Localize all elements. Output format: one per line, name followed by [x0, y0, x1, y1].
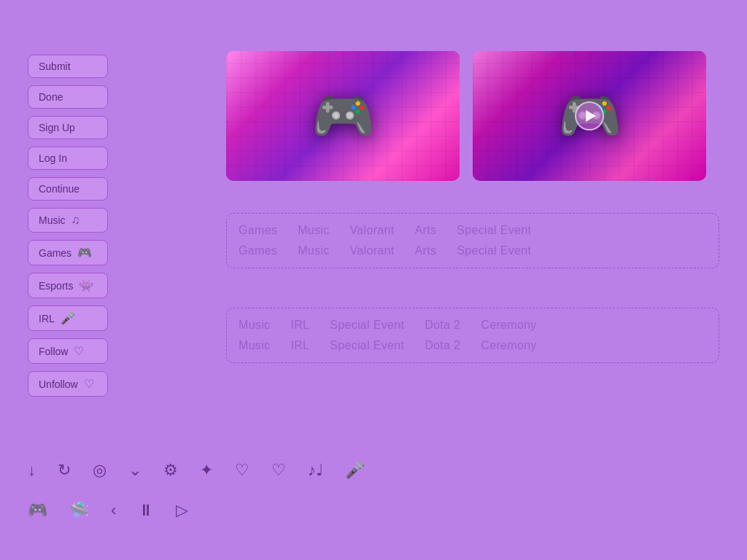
back-icon[interactable]: ‹ — [111, 501, 116, 520]
tag-item[interactable]: Special Event — [330, 339, 404, 352]
tag-item[interactable]: Ceremony — [481, 339, 536, 352]
sidebar-btn-signup[interactable]: Sign Up — [28, 116, 108, 139]
tag-item[interactable]: Music — [239, 339, 270, 352]
sidebar-btn-continue[interactable]: Continue — [28, 177, 108, 201]
tag-item[interactable]: Arts — [415, 244, 437, 257]
tag-row-1: GamesMusicValorantArtsSpecial Event — [239, 224, 707, 237]
tag-item[interactable]: Music — [298, 244, 329, 257]
music-label: Music — [39, 214, 66, 226]
unfollow-label: Unfollow — [39, 378, 78, 390]
tag-item[interactable]: Ceremony — [481, 319, 536, 332]
tag-item[interactable]: Games — [239, 224, 277, 237]
icon-bar-2: 🎮🛸‹⏸▷ — [28, 501, 188, 520]
sidebar-btn-music[interactable]: Music♫ — [28, 208, 108, 233]
sidebar-btn-irl[interactable]: IRL🎤 — [28, 306, 108, 331]
tag-item[interactable]: Arts — [415, 224, 437, 237]
games-label: Games — [39, 247, 71, 259]
tag-row-2: GamesMusicValorantArtsSpecial Event — [239, 244, 707, 257]
sidebar-btn-submit[interactable]: Submit — [28, 55, 108, 78]
thumbnails-container: 🎮 🎮 — [226, 51, 706, 181]
tag-item[interactable]: Dota 2 — [425, 319, 460, 332]
sidebar: SubmitDoneSign UpLog InContinueMusic♫Gam… — [28, 55, 108, 397]
unfollow-icon: ♡ — [84, 377, 94, 391]
tag-item[interactable]: Music — [298, 224, 329, 237]
thumbnail-2[interactable]: 🎮 — [473, 51, 706, 181]
games-icon: 🎮 — [77, 246, 92, 260]
tag-section-1: GamesMusicValorantArtsSpecial Event Game… — [226, 213, 719, 268]
down-arrow-icon[interactable]: ↓ — [28, 461, 36, 480]
refresh-icon[interactable]: ↻ — [58, 461, 71, 480]
follow-label: Follow — [39, 346, 68, 357]
aperture-icon[interactable]: ◎ — [93, 461, 107, 480]
tag-item[interactable]: IRL — [290, 339, 309, 352]
sidebar-btn-unfollow[interactable]: Unfollow♡ — [28, 371, 108, 397]
tag-item[interactable]: Music — [239, 319, 270, 332]
sidebar-btn-login[interactable]: Log In — [28, 147, 108, 170]
follow-icon: ♡ — [74, 344, 84, 358]
icon-bar-1: ↓↻◎⌄⚙✦♡♡♪♩🎤 — [28, 461, 365, 480]
tag-item[interactable]: Special Event — [457, 224, 531, 237]
chevron-down-icon[interactable]: ⌄ — [128, 461, 142, 480]
tag-item[interactable]: Games — [239, 244, 277, 257]
gamepad-icon[interactable]: 🎮 — [28, 501, 47, 520]
sidebar-btn-done[interactable]: Done — [28, 85, 108, 109]
irl-label: IRL — [39, 313, 55, 324]
sidebar-btn-games[interactable]: Games🎮 — [28, 240, 108, 265]
tag-item[interactable]: IRL — [290, 319, 309, 332]
music-icon: ♫ — [71, 214, 80, 227]
sidebar-btn-esports[interactable]: Esports👾 — [28, 273, 108, 298]
ufo-icon[interactable]: 🛸 — [69, 501, 89, 520]
esports-icon: 👾 — [79, 279, 93, 292]
tag-row-3: MusicIRLSpecial EventDota 2Ceremony — [239, 319, 707, 332]
heart-icon[interactable]: ♡ — [235, 461, 249, 480]
tag-section-2: MusicIRLSpecial EventDota 2Ceremony Musi… — [226, 308, 719, 363]
tag-item[interactable]: Dota 2 — [425, 339, 460, 352]
tag-item[interactable]: Valorant — [350, 244, 395, 257]
irl-icon: 🎤 — [61, 311, 75, 325]
tag-item[interactable]: Special Event — [330, 319, 404, 332]
settings-icon[interactable]: ⚙ — [163, 461, 178, 480]
sparkle-icon[interactable]: ✦ — [200, 461, 213, 480]
microphone-icon[interactable]: 🎤 — [345, 461, 365, 480]
play-icon[interactable]: ▷ — [176, 501, 188, 520]
tag-item[interactable]: Special Event — [457, 244, 531, 257]
thumbnail-1[interactable]: 🎮 — [226, 51, 460, 181]
tag-row-4: MusicIRLSpecial EventDota 2Ceremony — [239, 339, 707, 352]
music-note-icon[interactable]: ♪♩ — [308, 461, 323, 480]
play-button[interactable] — [575, 101, 604, 131]
esports-label: Esports — [39, 280, 73, 292]
heart-filled-icon[interactable]: ♡ — [271, 461, 286, 480]
pause-icon[interactable]: ⏸ — [138, 501, 154, 520]
sidebar-btn-follow[interactable]: Follow♡ — [28, 338, 108, 364]
tag-item[interactable]: Valorant — [350, 224, 395, 237]
